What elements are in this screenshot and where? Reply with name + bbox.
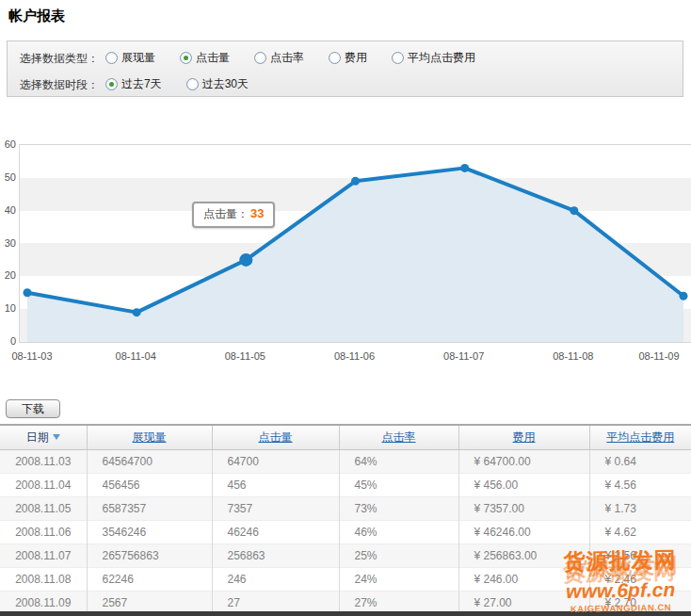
data-type-options: 展现量点击量点击率费用平均点击费用: [105, 50, 500, 68]
radio-label: 过去7天: [121, 76, 162, 92]
value-cell: 64564700: [87, 450, 212, 474]
column-header-link[interactable]: 点击率: [382, 430, 416, 444]
radio-label: 平均点击费用: [408, 50, 475, 66]
radio-label: 过去30天: [202, 76, 249, 92]
value-cell: ¥ 4.62: [589, 521, 691, 544]
value-cell: ¥ 0.64: [589, 450, 691, 474]
data-type-row: 选择数据类型： 展现量点击量点击率费用平均点击费用: [20, 49, 679, 68]
tooltip-value: 33: [250, 206, 264, 220]
column-header-link[interactable]: 费用: [513, 430, 536, 444]
chart-plot-area: [19, 144, 691, 343]
data-point[interactable]: [680, 292, 688, 300]
y-tick-label: 50: [0, 171, 16, 183]
value-cell: ¥ 456.00: [458, 474, 589, 497]
sort-desc-icon[interactable]: [53, 434, 60, 440]
date-cell: 2008.11.07: [0, 544, 87, 568]
value-cell: ¥ 4.56: [589, 474, 691, 497]
column-header-link[interactable]: 点击量: [259, 430, 293, 444]
data-point[interactable]: [460, 164, 469, 172]
value-cell: 456: [212, 474, 339, 497]
radio-icon[interactable]: [186, 78, 199, 90]
data-type-option-4[interactable]: 平均点击费用: [392, 50, 475, 66]
radio-selected-icon[interactable]: [180, 52, 192, 64]
value-cell: 456456: [87, 474, 212, 497]
radio-icon[interactable]: [254, 52, 266, 64]
value-cell: 24%: [339, 568, 458, 592]
radio-label: 点击率: [270, 50, 304, 66]
data-point[interactable]: [351, 177, 360, 186]
x-tick-label: 08-11-03: [2, 350, 62, 362]
watermark-line1: 货源批发网: [550, 549, 689, 574]
y-tick-label: 20: [0, 269, 16, 281]
value-cell: 46246: [212, 521, 339, 544]
value-cell: ¥ 64700.00: [458, 450, 589, 474]
data-point[interactable]: [24, 288, 32, 297]
date-cell: 2008.11.03: [0, 450, 87, 474]
y-tick-label: 40: [0, 204, 16, 216]
column-header-link[interactable]: 平均点击费用: [606, 430, 674, 444]
chart-tooltip: 点击量：33: [192, 202, 275, 228]
radio-selected-icon[interactable]: [105, 78, 118, 90]
radio-label: 展现量: [121, 50, 155, 66]
column-header-2[interactable]: 点击量: [212, 425, 339, 450]
filter-panel: 选择数据类型： 展现量点击量点击率费用平均点击费用 选择数据时段： 过去7天过去…: [7, 41, 683, 97]
x-tick-label: 08-11-05: [215, 350, 275, 362]
x-tick-label: 08-11-08: [543, 350, 603, 362]
data-point[interactable]: [133, 308, 141, 316]
radio-icon[interactable]: [329, 52, 341, 64]
column-header-link[interactable]: 展现量: [133, 430, 167, 444]
data-type-option-1[interactable]: 点击量: [180, 50, 230, 66]
table-row: 2008.11.056587357735773%¥ 7357.00¥ 1.73: [0, 497, 691, 521]
value-cell: 3546246: [87, 521, 212, 544]
value-cell: 64700: [212, 450, 339, 474]
value-cell: 45%: [339, 474, 458, 497]
column-header-0[interactable]: 日期: [0, 425, 87, 450]
value-cell: 46%: [339, 521, 458, 544]
date-cell: 2008.11.06: [0, 521, 87, 544]
data-point[interactable]: [570, 206, 578, 215]
date-cell: 2008.11.08: [0, 568, 87, 592]
value-cell: 25%: [339, 544, 458, 568]
table-header-row: 日期展现量点击量点击率费用平均点击费用: [0, 425, 691, 450]
data-period-row: 选择数据时段： 过去7天过去30天: [20, 75, 679, 94]
site-watermark: 货源批发网 www.6pf.cn KAIGEWANGDIAN.CN: [550, 549, 690, 614]
column-header-1[interactable]: 展现量: [87, 425, 212, 450]
radio-icon[interactable]: [392, 52, 404, 64]
data-period-label: 选择数据时段：: [20, 77, 99, 93]
tooltip-label: 点击量：: [203, 207, 249, 220]
value-cell: ¥ 7357.00: [458, 497, 589, 521]
value-cell: 7357: [212, 497, 339, 521]
data-period-option-0[interactable]: 过去7天: [105, 76, 162, 92]
data-period-option-1[interactable]: 过去30天: [186, 76, 249, 92]
value-cell: 62246: [87, 568, 212, 592]
x-tick-label: 08-11-07: [434, 350, 494, 362]
x-tick-label: 08-11-04: [105, 350, 166, 362]
watermark-line2: www.6pf.cn: [551, 579, 690, 602]
x-tick-label: 08-11-09: [629, 350, 689, 362]
watermark-line3: KAIGEWANGDIAN.CN: [551, 603, 690, 614]
y-tick-label: 10: [0, 302, 16, 314]
value-cell: 64%: [339, 450, 458, 474]
y-tick-label: 30: [0, 237, 16, 249]
value-cell: 73%: [339, 497, 458, 521]
value-cell: ¥ 1.73: [589, 497, 691, 521]
column-header-4[interactable]: 费用: [458, 425, 589, 450]
download-button[interactable]: 下载: [6, 399, 60, 418]
value-cell: 256863: [212, 544, 339, 568]
column-header-3[interactable]: 点击率: [339, 425, 458, 450]
radio-label: 点击量: [196, 50, 230, 66]
data-type-option-2[interactable]: 点击率: [254, 50, 304, 66]
data-type-option-0[interactable]: 展现量: [105, 50, 155, 66]
line-series-svg: [20, 145, 691, 342]
value-cell: 246: [212, 568, 339, 592]
value-cell: ¥ 46246.00: [458, 521, 589, 544]
date-cell: 2008.11.04: [0, 474, 87, 497]
data-type-label: 选择数据类型：: [20, 51, 99, 67]
column-header-5[interactable]: 平均点击费用: [589, 425, 691, 450]
data-type-option-3[interactable]: 费用: [329, 50, 367, 66]
value-cell: 6587357: [87, 497, 212, 521]
radio-icon[interactable]: [105, 52, 118, 64]
column-header-label: 日期: [26, 430, 49, 444]
y-tick-label: 60: [0, 138, 16, 150]
data-point-highlighted[interactable]: [239, 253, 252, 267]
